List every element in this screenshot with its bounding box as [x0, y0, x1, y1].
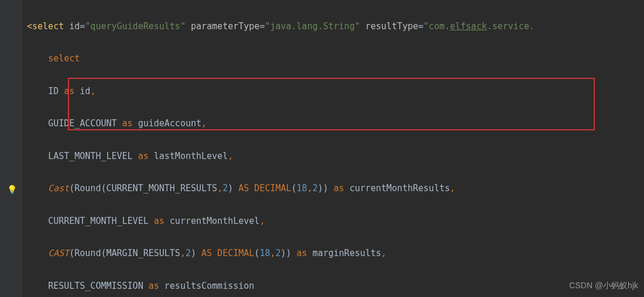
watermark-text: CSDN @小蚂蚁hjk [569, 278, 638, 293]
code-line: Cast(Round(CURRENT_MONTH_RESULTS,2) AS D… [27, 181, 644, 197]
code-line: <select id="queryGuideResults" parameter… [27, 19, 644, 35]
code-line: CURRENT_MONTH_LEVEL as currentMonthLevel… [27, 213, 644, 230]
code-line: LAST_MONTH_LEVEL as lastMonthLevel, [27, 148, 644, 165]
code-editor[interactable]: 💡 <select id="queryGuideResults" paramet… [0, 0, 644, 297]
lightbulb-icon[interactable]: 💡 [7, 182, 17, 198]
code-line: select [27, 51, 644, 67]
code-line: ID as id, [27, 84, 644, 100]
code-line: RESULTS_COMMISSION as resultsCommission [27, 278, 644, 295]
code-area[interactable]: <select id="queryGuideResults" parameter… [22, 0, 644, 297]
code-line: GUIDE_ACCOUNT as guideAccount, [27, 116, 644, 132]
code-line: CAST(Round(MARGIN_RESULTS,2) AS DECIMAL(… [27, 246, 644, 262]
editor-gutter: 💡 [0, 0, 22, 297]
